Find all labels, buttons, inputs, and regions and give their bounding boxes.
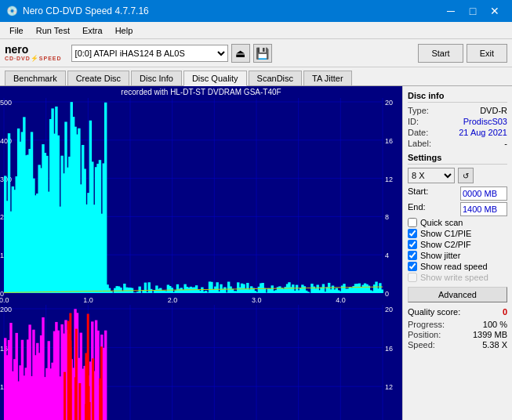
show-c2pif-row: Show C2/PIF: [408, 240, 507, 249]
quality-score-label: Quality score:: [408, 307, 460, 317]
show-jitter-checkbox[interactable]: [408, 251, 417, 260]
show-jitter-label: Show jitter: [420, 251, 460, 260]
show-jitter-row: Show jitter: [408, 251, 507, 260]
tab-benchmark[interactable]: Benchmark: [5, 71, 66, 85]
maximize-button[interactable]: □: [462, 3, 484, 19]
nero-brand: nero: [5, 44, 62, 55]
disc-date-row: Date: 21 Aug 2021: [408, 128, 507, 137]
disc-id-value: ProdiscS03: [463, 117, 507, 126]
tabs-bar: Benchmark Create Disc Disc Info Disc Qua…: [0, 67, 512, 86]
disc-type-row: Type: DVD-R: [408, 106, 507, 115]
show-c2pif-checkbox[interactable]: [408, 240, 417, 249]
disc-label-label: Label:: [408, 139, 431, 148]
show-c1pie-label: Show C1/PIE: [420, 229, 471, 238]
speed-row: 8 X Maximum 4 X 2 X ↺: [408, 168, 507, 183]
chart-area: recorded with HL-DT-ST DVDRAM GSA-T40F: [0, 86, 402, 420]
quick-scan-label: Quick scan: [420, 218, 463, 227]
settings-title: Settings: [408, 153, 507, 165]
main-content: recorded with HL-DT-ST DVDRAM GSA-T40F P…: [0, 86, 512, 420]
show-c1pie-row: Show C1/PIE: [408, 229, 507, 238]
end-input[interactable]: [460, 202, 507, 216]
chart-title: recorded with HL-DT-ST DVDRAM GSA-T40F: [0, 86, 402, 98]
save-button[interactable]: 💾: [253, 44, 272, 63]
menu-bar: File Run Test Extra Help: [0, 22, 512, 39]
disc-date-value: 21 Aug 2021: [459, 128, 507, 137]
tab-scan-disc[interactable]: ScanDisc: [249, 71, 302, 85]
show-read-speed-checkbox[interactable]: [408, 262, 417, 271]
disc-type-value: DVD-R: [480, 106, 507, 115]
position-row: Position: 1399 MB: [408, 330, 507, 339]
menu-help[interactable]: Help: [109, 24, 140, 37]
show-c2pif-label: Show C2/PIF: [420, 240, 471, 249]
quality-score-row: Quality score: 0: [408, 307, 507, 317]
nero-sub: CD·DVD⚡SPEED: [5, 55, 62, 62]
show-c1pie-checkbox[interactable]: [408, 229, 417, 238]
minimize-button[interactable]: ─: [440, 3, 462, 19]
show-read-speed-row: Show read speed: [408, 262, 507, 271]
disc-label-value: -: [504, 139, 507, 148]
menu-file[interactable]: File: [3, 24, 30, 37]
disc-info-title: Disc info: [408, 91, 507, 103]
start-row: Start:: [408, 186, 507, 201]
pi-failures-chart: [0, 305, 402, 420]
speed-row-2: Speed: 5.38 X: [408, 340, 507, 349]
speed-label: Speed:: [408, 340, 435, 349]
refresh-button[interactable]: ↺: [458, 168, 474, 183]
chart-stats-area: recorded with HL-DT-ST DVDRAM GSA-T40F P…: [0, 86, 402, 420]
app-icon: 💿: [6, 5, 18, 16]
disc-id-row: ID: ProdiscS03: [408, 117, 507, 126]
quality-score-value: 0: [503, 307, 507, 317]
eject-button[interactable]: ⏏: [231, 44, 250, 63]
title-bar-controls: ─ □ ✕: [440, 3, 506, 19]
quick-scan-checkbox[interactable]: [408, 218, 417, 227]
pi-errors-chart: [0, 98, 402, 305]
tab-disc-info[interactable]: Disc Info: [131, 71, 182, 85]
start-label: Start:: [408, 186, 428, 201]
title-text: Nero CD-DVD Speed 4.7.7.16: [23, 5, 149, 16]
menu-extra[interactable]: Extra: [76, 24, 109, 37]
show-write-speed-row: Show write speed: [408, 273, 507, 282]
disc-type-label: Type:: [408, 106, 429, 115]
speed-value: 5.38 X: [482, 340, 507, 349]
exit-button[interactable]: Exit: [467, 44, 507, 63]
show-write-speed-label: Show write speed: [420, 273, 488, 282]
show-read-speed-label: Show read speed: [420, 262, 488, 271]
title-bar-left: 💿 Nero CD-DVD Speed 4.7.7.16: [6, 5, 149, 16]
close-button[interactable]: ✕: [484, 3, 506, 19]
end-row: End:: [408, 202, 507, 216]
advanced-button[interactable]: Advanced: [408, 287, 507, 302]
start-button[interactable]: Start: [418, 44, 463, 63]
toolbar: nero CD·DVD⚡SPEED [0:0] ATAPI iHAS124 B …: [0, 39, 512, 67]
position-label: Position:: [408, 330, 441, 339]
progress-value: 100 %: [483, 320, 507, 329]
tab-disc-quality[interactable]: Disc Quality: [183, 71, 247, 86]
title-bar: 💿 Nero CD-DVD Speed 4.7.7.16 ─ □ ✕: [0, 0, 512, 22]
progress-section: Progress: 100 % Position: 1399 MB Speed:…: [408, 320, 507, 349]
progress-label: Progress:: [408, 320, 445, 329]
tab-ta-jitter[interactable]: TA Jitter: [303, 71, 352, 85]
nero-logo: nero CD·DVD⚡SPEED: [5, 44, 62, 62]
position-value: 1399 MB: [473, 330, 507, 339]
show-write-speed-checkbox[interactable]: [408, 273, 417, 282]
disc-date-label: Date:: [408, 128, 428, 137]
speed-selector[interactable]: 8 X Maximum 4 X 2 X: [408, 168, 455, 183]
disc-id-label: ID:: [408, 117, 419, 126]
drive-selector[interactable]: [0:0] ATAPI iHAS124 B AL0S: [71, 45, 228, 62]
quick-scan-row: Quick scan: [408, 218, 507, 227]
start-input[interactable]: [460, 186, 507, 201]
progress-row: Progress: 100 %: [408, 320, 507, 329]
disc-label-row: Label: -: [408, 139, 507, 148]
right-panel: Disc info Type: DVD-R ID: ProdiscS03 Dat…: [402, 86, 512, 420]
end-label: End:: [408, 202, 426, 216]
tab-create-disc[interactable]: Create Disc: [67, 71, 129, 85]
menu-run-test[interactable]: Run Test: [30, 24, 76, 37]
